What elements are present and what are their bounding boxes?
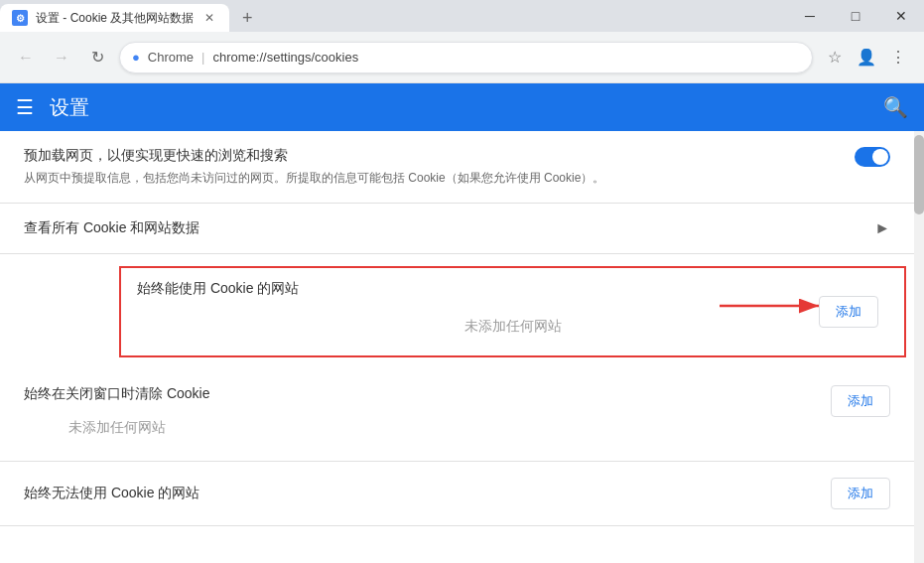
titlebar-controls: ─ □ ✕ [787,0,924,32]
always-allow-section: 始终能使用 Cookie 的网站 未添加任何网站 [119,266,906,357]
always-block-section: 始终无法使用 Cookie 的网站 添加 [0,462,914,526]
back-button[interactable]: ← [12,44,40,71]
account-button[interactable]: 👤 [853,44,880,71]
view-all-cookies-row[interactable]: 查看所有 Cookie 和网站数据 ► [0,204,914,254]
new-tab-button[interactable]: + [233,4,261,32]
chrome-label: Chrome [148,50,194,65]
tab-title: 设置 - Cookie 及其他网站数据 [36,10,194,27]
close-button[interactable]: ✕ [878,0,924,32]
chevron-right-icon: ► [874,219,890,237]
lock-icon: ● [132,50,140,65]
scrollbar-thumb[interactable] [914,135,924,214]
view-all-text: 查看所有 Cookie 和网站数据 [24,219,199,237]
tab-favicon: ⚙ [12,10,28,26]
always-block-inner: 始终无法使用 Cookie 的网站 添加 [24,478,890,509]
tab-close-button[interactable]: ✕ [201,10,217,26]
omnibox[interactable]: ● Chrome | chrome://settings/cookies [119,42,813,73]
minimize-button[interactable]: ─ [787,0,833,32]
main-content: 预加载网页，以便实现更快速的浏览和搜索 从网页中预提取信息，包括您尚未访问过的网… [0,131,914,563]
always-allow-title: 始终能使用 Cookie 的网站 [137,280,888,298]
clear-on-close-add-button[interactable]: 添加 [831,385,890,417]
search-button[interactable]: 🔍 [883,95,908,119]
clear-on-close-section: 始终在关闭窗口时清除 Cookie 未添加任何网站 添加 [0,369,914,462]
titlebar-left: ⚙ 设置 - Cookie 及其他网站数据 ✕ + [0,0,261,32]
preload-section: 预加载网页，以便实现更快速的浏览和搜索 从网页中预提取信息，包括您尚未访问过的网… [0,131,914,204]
window-titlebar: ⚙ 设置 - Cookie 及其他网站数据 ✕ + ─ □ ✕ [0,0,924,32]
toolbar-right: ☆ 👤 ⋮ [821,44,912,71]
hamburger-menu-button[interactable]: ☰ [16,95,34,119]
preload-title: 预加载网页，以便实现更快速的浏览和搜索 [24,147,839,165]
maximize-button[interactable]: □ [833,0,878,32]
reload-button[interactable]: ↻ [83,44,111,71]
url-text: chrome://settings/cookies [213,50,359,65]
always-block-title: 始终无法使用 Cookie 的网站 [24,485,199,502]
preload-text-block: 预加载网页，以便实现更快速的浏览和搜索 从网页中预提取信息，包括您尚未访问过的网… [24,147,855,187]
always-block-add-button[interactable]: 添加 [831,478,890,509]
address-bar: ← → ↻ ● Chrome | chrome://settings/cooki… [0,32,924,83]
always-allow-add-button[interactable]: 添加 [819,296,878,328]
active-tab[interactable]: ⚙ 设置 - Cookie 及其他网站数据 ✕ [0,4,229,32]
clear-on-close-empty: 未添加任何网站 [24,411,209,445]
always-allow-add-area: 添加 [819,296,878,328]
always-allow-wrapper: 始终能使用 Cookie 的网站 未添加任何网站 添加 [0,266,914,357]
always-allow-empty: 未添加任何网站 [137,310,888,344]
tab-strip: ⚙ 设置 - Cookie 及其他网站数据 ✕ + [0,0,261,32]
preload-desc: 从网页中预提取信息，包括您尚未访问过的网页。所提取的信息可能包括 Cookie（… [24,169,839,187]
clear-on-close-text-block: 始终在关闭窗口时清除 Cookie 未添加任何网站 [24,385,209,445]
bookmark-button[interactable]: ☆ [821,44,849,71]
page-title: 设置 [50,94,89,121]
menu-button[interactable]: ⋮ [884,44,912,71]
preload-toggle[interactable] [855,147,890,167]
scrollbar-track[interactable] [914,131,924,563]
url-separator: | [201,50,204,65]
content-area: 预加载网页，以便实现更快速的浏览和搜索 从网页中预提取信息，包括您尚未访问过的网… [0,131,924,563]
clear-on-close-title: 始终在关闭窗口时清除 Cookie [24,385,209,403]
page-wrapper: ⚙ 设置 - Cookie 及其他网站数据 ✕ + ─ □ ✕ ← → ↻ ● … [0,0,924,563]
clear-on-close-inner: 始终在关闭窗口时清除 Cookie 未添加任何网站 添加 [24,385,890,445]
forward-button[interactable]: → [48,44,75,71]
app-header: ☰ 设置 🔍 [0,83,924,131]
